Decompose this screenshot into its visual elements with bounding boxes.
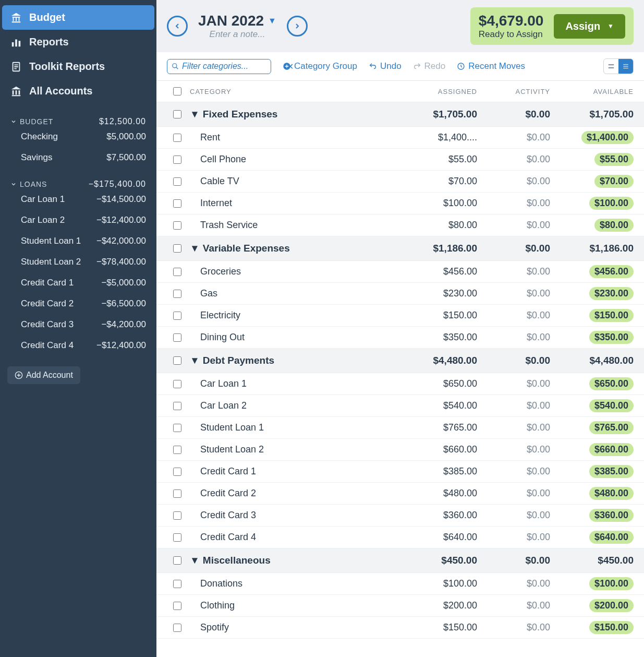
- row-assigned[interactable]: $350.00: [404, 332, 477, 343]
- nav-toolkit[interactable]: Toolkit Reports: [2, 54, 154, 79]
- row-checkbox[interactable]: [173, 446, 181, 454]
- category-row[interactable]: Cable TV$70.00$0.00$70.00: [156, 171, 644, 193]
- assign-button[interactable]: Assign ▼: [554, 14, 625, 39]
- row-checkbox[interactable]: [173, 290, 181, 298]
- row-checkbox[interactable]: [173, 221, 181, 230]
- category-row[interactable]: Gas$230.00$0.00$230.00: [156, 283, 644, 305]
- row-assigned[interactable]: $100.00: [404, 578, 477, 589]
- row-assigned[interactable]: $55.00: [404, 154, 477, 165]
- account-row[interactable]: Credit Card 1−$5,000.00: [10, 272, 146, 293]
- redo-button[interactable]: Redo: [413, 61, 446, 71]
- row-assigned[interactable]: $150.00: [404, 310, 477, 321]
- row-checkbox[interactable]: [173, 134, 181, 142]
- account-row[interactable]: Credit Card 4−$12,400.00: [10, 335, 146, 356]
- account-row[interactable]: Student Loan 2−$78,400.00: [10, 252, 146, 272]
- row-assigned[interactable]: $200.00: [404, 600, 477, 611]
- category-row[interactable]: Dining Out$350.00$0.00$350.00: [156, 327, 644, 349]
- category-group-row[interactable]: ▼Miscellaneous$450.00$0.00$450.00: [156, 548, 644, 573]
- row-assigned[interactable]: $765.00: [404, 422, 477, 433]
- row-checkbox[interactable]: [173, 268, 181, 276]
- nav-reports[interactable]: Reports: [2, 30, 154, 54]
- category-row[interactable]: Clothing$200.00$0.00$200.00: [156, 595, 644, 617]
- row-checkbox[interactable]: [173, 533, 181, 542]
- row-checkbox[interactable]: [173, 177, 181, 186]
- category-row[interactable]: Credit Card 2$480.00$0.00$480.00: [156, 483, 644, 505]
- account-row[interactable]: Student Loan 1−$42,000.00: [10, 231, 146, 252]
- row-assigned[interactable]: $70.00: [404, 176, 477, 187]
- category-row[interactable]: Credit Card 1$385.00$0.00$385.00: [156, 461, 644, 483]
- add-account-button[interactable]: Add Account: [7, 366, 80, 384]
- row-assigned[interactable]: $100.00: [404, 198, 477, 209]
- row-assigned[interactable]: $456.00: [404, 266, 477, 277]
- account-group-header[interactable]: LOANS−$175,400.00: [10, 180, 146, 189]
- category-row[interactable]: Car Loan 2$540.00$0.00$540.00: [156, 395, 644, 417]
- category-row[interactable]: Student Loan 1$765.00$0.00$765.00: [156, 417, 644, 439]
- row-assigned[interactable]: $540.00: [404, 400, 477, 411]
- prev-month-button[interactable]: [167, 16, 188, 37]
- category-row[interactable]: Credit Card 3$360.00$0.00$360.00: [156, 505, 644, 527]
- month-note-input[interactable]: Enter a note...: [198, 29, 276, 40]
- row-checkbox[interactable]: [173, 602, 181, 610]
- row-assigned[interactable]: $1,400....: [404, 132, 477, 143]
- account-row[interactable]: Car Loan 2−$12,400.00: [10, 210, 146, 231]
- category-group-button[interactable]: Category Group: [283, 61, 357, 71]
- account-row[interactable]: Savings$7,500.00: [10, 147, 146, 168]
- row-checkbox[interactable]: [173, 333, 181, 342]
- recent-moves-button[interactable]: Recent Moves: [457, 61, 525, 71]
- category-row[interactable]: Donations$100.00$0.00$100.00: [156, 573, 644, 595]
- row-assigned[interactable]: $660.00: [404, 444, 477, 455]
- category-row[interactable]: Rent$1,400....$0.00$1,400.00: [156, 127, 644, 149]
- group-checkbox[interactable]: [173, 356, 181, 365]
- group-checkbox[interactable]: [173, 244, 181, 253]
- row-assigned[interactable]: $230.00: [404, 288, 477, 299]
- account-group-header[interactable]: BUDGET$12,500.00: [10, 117, 146, 126]
- account-row[interactable]: Car Loan 1−$14,500.00: [10, 189, 146, 210]
- month-selector[interactable]: JAN 2022 ▼: [198, 13, 276, 29]
- row-assigned[interactable]: $650.00: [404, 378, 477, 389]
- category-group-row[interactable]: ▼Debt Payments$4,480.00$0.00$4,480.00: [156, 349, 644, 373]
- row-assigned[interactable]: $360.00: [404, 510, 477, 521]
- view-detailed-button[interactable]: [618, 59, 633, 74]
- row-checkbox[interactable]: [173, 380, 181, 388]
- filter-box[interactable]: ✕: [167, 59, 271, 74]
- row-assigned[interactable]: $480.00: [404, 488, 477, 499]
- category-row[interactable]: Student Loan 2$660.00$0.00$660.00: [156, 439, 644, 461]
- svg-point-11: [173, 64, 177, 68]
- row-assigned[interactable]: $150.00: [404, 622, 477, 633]
- select-all-checkbox[interactable]: [173, 87, 181, 95]
- row-checkbox[interactable]: [173, 468, 181, 476]
- account-row[interactable]: Credit Card 2−$6,500.00: [10, 293, 146, 314]
- category-row[interactable]: Spotify$150.00$0.00$150.00: [156, 617, 644, 639]
- filter-input[interactable]: [182, 62, 287, 71]
- row-assigned[interactable]: $80.00: [404, 220, 477, 231]
- row-checkbox[interactable]: [173, 624, 181, 632]
- group-checkbox[interactable]: [173, 556, 181, 565]
- group-checkbox[interactable]: [173, 110, 181, 118]
- row-checkbox[interactable]: [173, 424, 181, 432]
- category-row[interactable]: Credit Card 4$640.00$0.00$640.00: [156, 527, 644, 548]
- category-row[interactable]: Groceries$456.00$0.00$456.00: [156, 261, 644, 283]
- row-checkbox[interactable]: [173, 312, 181, 320]
- nav-budget[interactable]: Budget: [2, 5, 154, 30]
- category-group-row[interactable]: ▼Fixed Expenses$1,705.00$0.00$1,705.00: [156, 102, 644, 127]
- account-row[interactable]: Credit Card 3−$4,200.00: [10, 314, 146, 335]
- nav-accounts[interactable]: All Accounts: [2, 79, 154, 103]
- view-compact-button[interactable]: [604, 59, 618, 74]
- row-checkbox[interactable]: [173, 402, 181, 410]
- category-row[interactable]: Car Loan 1$650.00$0.00$650.00: [156, 373, 644, 395]
- category-group-row[interactable]: ▼Variable Expenses$1,186.00$0.00$1,186.0…: [156, 236, 644, 261]
- category-row[interactable]: Cell Phone$55.00$0.00$55.00: [156, 149, 644, 171]
- row-assigned[interactable]: $640.00: [404, 532, 477, 543]
- row-assigned[interactable]: $385.00: [404, 466, 477, 477]
- undo-button[interactable]: Undo: [369, 61, 402, 71]
- category-row[interactable]: Trash Service$80.00$0.00$80.00: [156, 214, 644, 236]
- row-checkbox[interactable]: [173, 199, 181, 208]
- row-checkbox[interactable]: [173, 580, 181, 588]
- category-row[interactable]: Internet$100.00$0.00$100.00: [156, 193, 644, 214]
- account-row[interactable]: Checking$5,000.00: [10, 126, 146, 147]
- next-month-button[interactable]: [287, 16, 308, 37]
- row-checkbox[interactable]: [173, 156, 181, 164]
- row-checkbox[interactable]: [173, 489, 181, 498]
- row-checkbox[interactable]: [173, 511, 181, 520]
- category-row[interactable]: Electricity$150.00$0.00$150.00: [156, 305, 644, 327]
